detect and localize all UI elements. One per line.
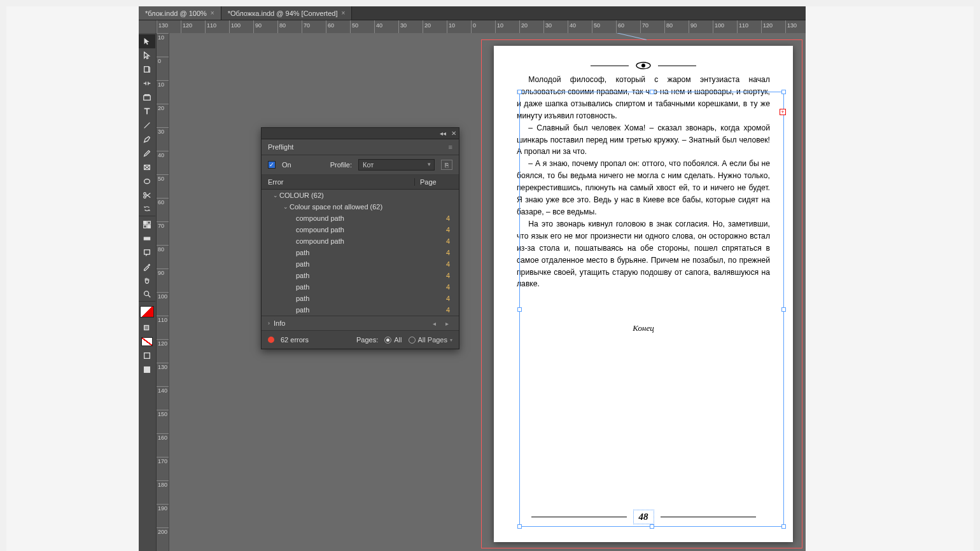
ruler-vertical[interactable]: 1001020304050607080901001101201301401501…: [157, 33, 169, 551]
canvas[interactable]: Молодой философ, который с жаром энтузиа…: [169, 33, 806, 551]
error-list-header: Error Page: [262, 175, 459, 190]
resize-handle[interactable]: [781, 524, 786, 529]
error-item-label: path: [296, 249, 421, 256]
close-icon[interactable]: ×: [211, 10, 214, 17]
svg-rect-15: [144, 353, 150, 359]
rectangle-frame-tool[interactable]: [139, 160, 155, 174]
selection-tool[interactable]: [139, 34, 155, 48]
ornament-line: [591, 66, 629, 66]
error-group[interactable]: ⌄ COLOUR (62): [262, 190, 459, 201]
pencil-tool[interactable]: [139, 146, 155, 160]
ruler-row: 1301201101009080706050403020100102030405…: [139, 20, 806, 33]
error-item[interactable]: path4: [262, 258, 459, 270]
col-page-label: Page: [414, 178, 452, 186]
pages-radio-all[interactable]: All: [384, 336, 402, 344]
gap-tool[interactable]: [139, 76, 155, 90]
resize-handle[interactable]: [650, 524, 654, 529]
error-count: 62 errors: [281, 336, 309, 344]
error-list[interactable]: ⌄ COLOUR (62) ⌄ Colour space not allowed…: [262, 190, 459, 316]
error-subgroup[interactable]: ⌄ Colour space not allowed (62): [262, 201, 459, 213]
close-icon[interactable]: ✕: [451, 130, 456, 137]
error-item[interactable]: path4: [262, 281, 459, 293]
type-tool[interactable]: [139, 104, 155, 118]
svg-point-5: [144, 193, 146, 195]
error-item[interactable]: path4: [262, 304, 459, 316]
error-item-label: compound path: [296, 237, 421, 245]
error-item-page: 4: [421, 249, 452, 256]
preflight-toggle-row: ✓ On Profile: Кот ⎘: [262, 155, 459, 175]
radio-icon: [409, 337, 416, 344]
error-item[interactable]: path4: [262, 270, 459, 281]
resize-handle[interactable]: [517, 524, 522, 529]
rectangle-tool[interactable]: [139, 174, 155, 188]
error-item-page: 4: [421, 226, 452, 234]
embed-profile-icon[interactable]: ⎘: [441, 160, 452, 170]
error-item-label: compound path: [296, 214, 421, 222]
page-body-text: Молодой философ, который с жаром энтузиа…: [494, 74, 793, 335]
error-item[interactable]: compound path4: [262, 224, 459, 235]
apply-to-container[interactable]: [139, 321, 155, 335]
error-item[interactable]: compound path4: [262, 235, 459, 247]
note-tool[interactable]: [139, 246, 155, 260]
chevron-down-icon: ▾: [450, 337, 452, 343]
panel-tab[interactable]: Preflight ≡: [262, 139, 459, 155]
panel-footer: 62 errors Pages: All All Pages ▾: [262, 330, 459, 349]
page-tool[interactable]: [139, 62, 155, 76]
pages-radio-allpages[interactable]: All Pages ▾: [409, 336, 452, 344]
line-tool[interactable]: [139, 118, 155, 132]
error-item-page: 4: [421, 214, 452, 222]
eyedropper-tool[interactable]: [139, 260, 155, 274]
page-number[interactable]: 48: [633, 510, 654, 524]
zoom-tool[interactable]: [139, 288, 155, 302]
close-icon[interactable]: ×: [341, 10, 345, 17]
pen-tool[interactable]: [139, 132, 155, 146]
col-error-label: Error: [268, 178, 414, 186]
document-page[interactable]: Молодой философ, который с жаром энтузиа…: [494, 46, 793, 542]
free-transform-tool[interactable]: [139, 202, 155, 216]
error-nav-arrows[interactable]: ◂ ▸: [433, 320, 452, 327]
content-collector-tool[interactable]: [139, 90, 155, 104]
gradient-feather-tool[interactable]: [139, 232, 155, 246]
paragraph: – Славный был человек Хома! – сказал зво…: [517, 122, 770, 158]
panel-titlebar[interactable]: ◂◂ ✕: [262, 128, 459, 139]
paragraph: – А я знаю, почему пропал он: оттого, чт…: [517, 158, 770, 218]
view-mode-preview[interactable]: [139, 363, 155, 377]
fill-stroke-swap[interactable]: [139, 303, 155, 321]
error-item[interactable]: compound path4: [262, 213, 459, 224]
collapse-icon[interactable]: ◂◂: [440, 130, 446, 137]
svg-point-13: [144, 291, 149, 295]
direct-selection-tool[interactable]: [139, 48, 155, 62]
error-item-label: path: [296, 283, 421, 291]
preflight-panel[interactable]: ◂◂ ✕ Preflight ≡ ✓ On Profile: Кот: [261, 127, 459, 349]
preflight-on-checkbox[interactable]: ✓: [268, 161, 276, 169]
ruler-horizontal[interactable]: 1301201101009080706050403020100102030405…: [157, 20, 806, 33]
scissors-tool[interactable]: [139, 188, 155, 202]
svg-rect-1: [144, 95, 151, 100]
error-item-label: compound path: [296, 226, 421, 234]
chevron-down-icon: ⌄: [283, 204, 290, 210]
error-item-page: 4: [421, 295, 452, 302]
pages-label: Pages:: [356, 336, 378, 344]
error-item-page: 4: [421, 237, 452, 245]
svg-rect-7: [144, 221, 146, 224]
panel-menu-icon[interactable]: ≡: [449, 143, 452, 151]
view-mode-normal[interactable]: [139, 349, 155, 363]
radio-icon: [384, 337, 391, 344]
chevron-down-icon: ⌄: [273, 192, 279, 199]
error-item-page: 4: [421, 306, 452, 314]
apply-none[interactable]: [139, 335, 155, 349]
tab-document-2[interactable]: *Обложка.indd @ 94% [Converted] ×: [221, 6, 353, 20]
tab-document-1[interactable]: *блок.indd @ 100% ×: [139, 6, 221, 20]
indesign-window: *блок.indd @ 100% × *Обложка.indd @ 94% …: [139, 6, 806, 551]
error-item[interactable]: path4: [262, 247, 459, 258]
svg-rect-11: [144, 237, 151, 240]
ruler-origin[interactable]: [139, 20, 157, 33]
hand-tool[interactable]: [139, 274, 155, 288]
profile-dropdown[interactable]: Кот: [358, 159, 435, 171]
paragraph: Молодой философ, который с жаром энтузиа…: [517, 74, 770, 122]
info-section[interactable]: › Info ◂ ▸: [262, 316, 459, 330]
error-item[interactable]: path4: [262, 293, 459, 304]
document-tabs: *блок.indd @ 100% × *Обложка.indd @ 94% …: [139, 6, 806, 20]
gradient-swatch-tool[interactable]: [139, 218, 155, 232]
info-label: Info: [274, 319, 285, 327]
